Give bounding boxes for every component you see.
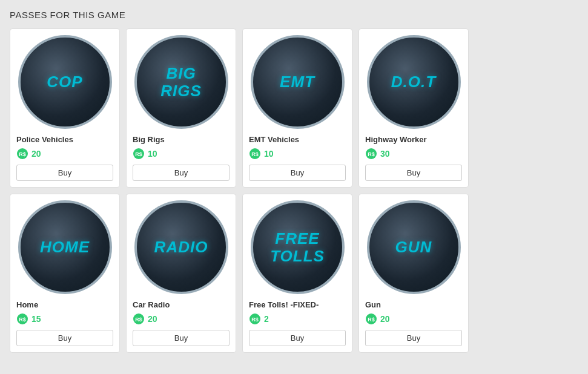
- pass-price-value-cop: 20: [31, 149, 41, 159]
- pass-icon-text-emt: EMT: [280, 73, 315, 91]
- pass-price-value-emt: 10: [264, 149, 274, 159]
- buy-button-gun[interactable]: Buy: [365, 330, 462, 346]
- pass-icon-text-gun: GUN: [395, 238, 432, 256]
- robux-icon: R$: [16, 148, 28, 160]
- robux-icon: R$: [365, 148, 377, 160]
- buy-button-home[interactable]: Buy: [16, 330, 113, 346]
- pass-name-dot: Highway Worker: [365, 135, 427, 144]
- svg-text:R$: R$: [135, 151, 142, 157]
- pass-icon-big-rigs: BIG RIGS: [134, 35, 228, 129]
- robux-icon: R$: [133, 148, 145, 160]
- pass-icon-text-radio: RADIO: [154, 238, 208, 256]
- svg-text:R$: R$: [19, 151, 26, 157]
- svg-text:R$: R$: [135, 317, 142, 323]
- pass-icon-text-cop: COP: [47, 73, 82, 91]
- buy-button-emt[interactable]: Buy: [249, 165, 346, 181]
- pass-price-dot: R$30: [365, 148, 390, 160]
- pass-icon-text-dot: D.O.T: [391, 73, 436, 91]
- pass-price-value-gun: 20: [380, 314, 390, 324]
- robux-icon: R$: [249, 313, 261, 325]
- svg-text:R$: R$: [251, 317, 259, 323]
- pass-icon-text-free-tolls: FREE TOLLS: [270, 230, 325, 264]
- pass-card-radio: RADIOCar RadioR$20Buy: [126, 194, 236, 353]
- pass-price-value-home: 15: [31, 314, 41, 324]
- svg-text:R$: R$: [19, 317, 26, 323]
- pass-price-value-free-tolls: 2: [264, 314, 269, 324]
- robux-icon: R$: [365, 313, 377, 325]
- pass-card-dot: D.O.THighway WorkerR$30Buy: [358, 28, 469, 188]
- pass-price-home: R$15: [16, 313, 41, 325]
- pass-icon-cop: COP: [18, 35, 112, 129]
- page-title: PASSES FOR THIS GAME: [10, 10, 578, 20]
- buy-button-dot[interactable]: Buy: [365, 165, 462, 181]
- pass-price-emt: R$10: [249, 148, 274, 160]
- robux-icon: R$: [249, 148, 261, 160]
- pass-price-gun: R$20: [365, 313, 390, 325]
- pass-icon-free-tolls: FREE TOLLS: [251, 200, 345, 294]
- pass-icon-gun: GUN: [367, 200, 461, 294]
- pass-price-value-radio: 20: [148, 314, 157, 324]
- pass-icon-home: HOME: [18, 200, 112, 294]
- robux-icon: R$: [16, 313, 28, 325]
- svg-text:R$: R$: [368, 151, 375, 157]
- pass-name-gun: Gun: [365, 300, 381, 309]
- pass-icon-text-big-rigs: BIG RIGS: [160, 65, 202, 99]
- robux-icon: R$: [133, 313, 145, 325]
- pass-name-free-tolls: Free Tolls! -FIXED-: [249, 300, 319, 309]
- pass-card-big-rigs: BIG RIGSBig RigsR$10Buy: [126, 28, 236, 188]
- pass-card-gun: GUNGunR$20Buy: [358, 194, 469, 353]
- pass-icon-text-home: HOME: [40, 238, 90, 256]
- pass-name-big-rigs: Big Rigs: [133, 135, 165, 144]
- buy-button-cop[interactable]: Buy: [16, 165, 113, 181]
- pass-price-value-dot: 30: [380, 149, 390, 159]
- pass-name-emt: EMT Vehicles: [249, 135, 299, 144]
- pass-price-free-tolls: R$2: [249, 313, 269, 325]
- svg-text:R$: R$: [251, 151, 259, 157]
- pass-price-big-rigs: R$10: [133, 148, 157, 160]
- buy-button-big-rigs[interactable]: Buy: [133, 165, 230, 181]
- pass-card-cop: COPPolice VehiclesR$20Buy: [10, 28, 120, 188]
- pass-icon-radio: RADIO: [134, 200, 228, 294]
- pass-name-home: Home: [16, 300, 38, 309]
- svg-text:R$: R$: [368, 317, 375, 323]
- pass-icon-emt: EMT: [251, 35, 345, 129]
- buy-button-radio[interactable]: Buy: [133, 330, 230, 346]
- passes-grid: COPPolice VehiclesR$20BuyBIG RIGSBig Rig…: [10, 28, 578, 353]
- buy-button-free-tolls[interactable]: Buy: [249, 330, 346, 346]
- pass-card-home: HOMEHomeR$15Buy: [10, 194, 120, 353]
- pass-card-emt: EMTEMT VehiclesR$10Buy: [242, 28, 352, 188]
- pass-price-cop: R$20: [16, 148, 41, 160]
- pass-name-radio: Car Radio: [133, 300, 170, 309]
- pass-card-free-tolls: FREE TOLLSFree Tolls! -FIXED-R$2Buy: [242, 194, 352, 353]
- pass-name-cop: Police Vehicles: [16, 135, 73, 144]
- pass-icon-dot: D.O.T: [367, 35, 461, 129]
- pass-price-value-big-rigs: 10: [148, 149, 157, 159]
- pass-price-radio: R$20: [133, 313, 157, 325]
